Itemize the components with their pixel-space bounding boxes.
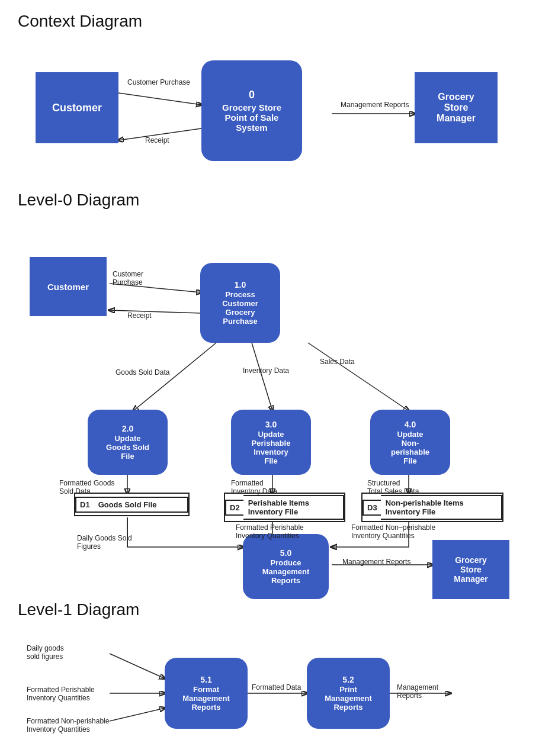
l1-process1: 5.1 Format Management Reports [165,658,248,729]
l0-datastore-d1: D1 Goods Sold File [74,493,190,516]
l0-datastore-d3: D3 Non-perishable Items Inventory File [361,493,503,522]
context-manager-box: Grocery Store Manager [415,72,498,143]
l0-flow-formatted-inventory: Formatted Inventory Data [231,479,277,496]
context-diagram: Customer 0 Grocery Store Point of Sale S… [18,37,539,173]
l0-flow-inventory-data: Inventory Data [243,366,289,375]
l1-flow-formatted-perishable: Formatted Perishable Inventory Quantitie… [27,686,95,702]
l0-flow-goods-sold: Goods Sold Data [116,368,169,377]
svg-line-0 [118,93,201,105]
flow-management-reports: Management Reports [341,101,409,109]
context-diagram-title: Context Diagram [18,12,537,31]
l0-process4: 4.0 Update Non- perishable File [370,410,450,475]
l0-manager-box: Grocery Store Manager [432,540,509,599]
context-process: 0 Grocery Store Point of Sale System [201,60,302,161]
context-customer-box: Customer [36,72,118,143]
l0-flow-receipt: Receipt [127,311,152,320]
l0-process5: 5.0 Produce Management Reports [243,534,329,599]
l1-flow-formatted-data: Formatted Data [252,683,301,691]
l0-flow-management-reports: Management Reports [342,558,410,566]
level1-diagram: 5.1 Format Management Reports 5.2 Print … [18,625,539,756]
flow-receipt: Receipt [145,136,169,144]
l0-flow-formatted-perishable: Formatted Perishable Inventory Quantitie… [236,523,304,540]
l0-process1: 1.0 Process Customer Grocery Purchase [200,263,280,343]
l0-process2: 2.0 Update Goods Sold File [88,410,168,475]
flow-customer-purchase: Customer Purchase [127,78,190,86]
l0-flow-formatted-nonperishable: Formatted Non–perishable Inventory Quant… [351,523,435,540]
l1-flow-management-reports: Management Reports [397,683,438,700]
l1-process2: 5.2 Print Management Reports [307,658,390,729]
l0-flow-customer-purchase: Customer Purchase [113,270,143,287]
l1-flow-formatted-nonperishable: Formatted Non-perishable Inventory Quant… [27,717,109,734]
l0-flow-structured-total: Structured Total Sales Data [367,479,419,496]
l0-flow-sales-data: Sales Data [320,358,355,366]
svg-line-6 [252,343,272,411]
svg-line-16 [110,708,165,721]
l1-flow-daily: Daily goods sold figures [27,644,64,661]
level0-diagram-title: Level-0 Diagram [18,191,537,210]
level0-diagram: Customer 1.0 Process Customer Grocery Pu… [18,215,539,583]
l0-flow-formatted-goods: Formatted Goods Sold Data [59,479,114,496]
l0-customer-box: Customer [30,257,107,316]
level1-diagram-title: Level-1 Diagram [18,600,537,619]
svg-line-7 [308,343,409,411]
l0-flow-daily-goods: Daily Goods Sold Figures [77,534,132,551]
l0-datastore-d2: D2 Perishable Items Inventory File [224,493,345,522]
svg-line-4 [110,310,201,313]
l0-process3: 3.0 Update Perishable Inventory File [231,410,311,475]
svg-line-14 [110,654,165,678]
svg-line-5 [133,343,216,411]
